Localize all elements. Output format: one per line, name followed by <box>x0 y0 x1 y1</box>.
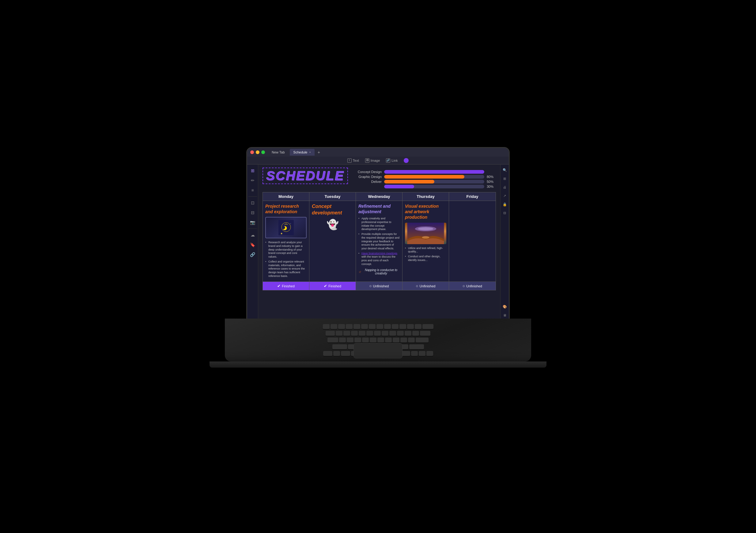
right-icon-share[interactable]: ↗ <box>502 193 508 199</box>
key[interactable] <box>354 324 360 329</box>
key[interactable] <box>377 337 384 342</box>
key[interactable] <box>385 337 392 342</box>
wednesday-link[interactable]: Have brainstorming meetings <box>362 252 397 255</box>
key[interactable] <box>397 331 404 336</box>
sidebar-icon-menu[interactable]: ≡ <box>249 187 256 194</box>
key[interactable] <box>376 324 383 329</box>
key-backspace[interactable] <box>422 324 433 329</box>
day-content-thursday: Visual execution and artwork production <box>402 201 449 281</box>
monday-status[interactable]: ✔ Finished <box>263 281 309 290</box>
key[interactable] <box>339 337 346 342</box>
tuesday-status-icon: ✔ <box>324 284 327 288</box>
sidebar-icon-edit[interactable]: ✏ <box>249 177 256 184</box>
sidebar-icon-home[interactable]: ⊞ <box>249 167 256 174</box>
key[interactable] <box>362 337 369 342</box>
key-right[interactable] <box>426 351 433 356</box>
new-tab-button[interactable]: + <box>316 149 322 155</box>
schedule-title-box: SCHEDULE <box>262 168 348 184</box>
friday-status-label: Unfinished <box>466 284 482 288</box>
tuesday-status[interactable]: ✔ Finished <box>310 281 356 290</box>
minimize-button[interactable] <box>256 150 259 154</box>
key[interactable] <box>407 324 414 329</box>
sidebar-icon-photo[interactable]: 📷 <box>249 219 256 226</box>
key[interactable] <box>384 324 391 329</box>
right-icon-search[interactable]: 🔍 <box>502 167 508 173</box>
schedule-container[interactable]: SCHEDULE Concept Design <box>258 165 500 321</box>
touchpad[interactable] <box>354 343 402 359</box>
key[interactable] <box>359 331 365 336</box>
key[interactable] <box>369 324 376 329</box>
right-icon-grid[interactable]: ⊟ <box>502 210 508 216</box>
tab-close-icon[interactable]: × <box>309 151 310 154</box>
key[interactable] <box>323 324 330 329</box>
key-tab[interactable] <box>326 331 335 336</box>
progress-bar-fill-4 <box>384 185 414 188</box>
day-header-thursday: Thursday <box>402 192 449 201</box>
fullscreen-button[interactable] <box>261 150 265 154</box>
right-icon-lock[interactable]: 🔒 <box>502 201 508 207</box>
key-ctrl[interactable] <box>323 351 332 356</box>
thursday-status[interactable]: ○ Unfinished <box>402 281 449 290</box>
sidebar-icon-link[interactable]: 🔗 <box>249 251 256 258</box>
wednesday-status-icon: ○ <box>369 284 372 288</box>
toolbar-color-circle[interactable] <box>404 158 409 163</box>
wednesday-status[interactable]: ○ Unfinished <box>356 281 402 290</box>
monday-task-title: Project research and exploration <box>265 203 307 214</box>
link-label: Link <box>392 159 398 162</box>
toolbar-image[interactable]: 🖼 Image <box>365 158 380 163</box>
key[interactable] <box>347 337 354 342</box>
key-caps[interactable] <box>327 337 338 342</box>
key-cmd[interactable] <box>341 351 350 356</box>
sidebar-icon-frame[interactable]: ⊟ <box>249 209 256 216</box>
key-enter[interactable] <box>416 337 429 342</box>
sidebar-icon-cloud[interactable]: ☁ <box>249 231 256 239</box>
key[interactable] <box>346 324 353 329</box>
thursday-image <box>405 223 446 244</box>
wednesday-bullet-3: Have brainstorming meetings with the tea… <box>358 252 400 266</box>
day-content-monday: Project research and exploration <box>263 201 309 281</box>
key[interactable] <box>351 331 358 336</box>
key[interactable] <box>331 324 337 329</box>
key[interactable] <box>400 337 407 342</box>
key[interactable] <box>370 337 376 342</box>
close-button[interactable] <box>250 150 254 154</box>
right-icon-palette[interactable]: 🎨 <box>502 304 508 310</box>
key[interactable] <box>393 337 399 342</box>
toolbar-link[interactable]: 🔗 Link <box>386 158 398 163</box>
right-icon-layers[interactable]: ⊞ <box>502 175 508 182</box>
key[interactable] <box>420 331 430 336</box>
key[interactable] <box>392 324 398 329</box>
key[interactable] <box>336 331 342 336</box>
key[interactable] <box>405 331 411 336</box>
tab-schedule[interactable]: Schedule × <box>290 149 314 156</box>
key[interactable] <box>374 331 381 336</box>
sidebar-icon-bookmark[interactable]: 🔖 <box>249 241 256 249</box>
key[interactable] <box>389 331 396 336</box>
right-icon-monitor[interactable]: 🖥 <box>502 312 508 318</box>
friday-status[interactable]: ○ Unfinished <box>449 281 496 290</box>
tab-new-tab[interactable]: New Tab <box>268 149 288 156</box>
key-left[interactable] <box>419 351 425 356</box>
key[interactable] <box>412 331 419 336</box>
key[interactable] <box>382 331 389 336</box>
key-option[interactable] <box>333 351 340 356</box>
toolbar-text[interactable]: T Text <box>347 158 359 163</box>
key[interactable] <box>354 337 361 342</box>
key[interactable] <box>415 324 421 329</box>
key[interactable] <box>399 324 406 329</box>
key-shift-right[interactable] <box>409 344 424 349</box>
right-icon-print[interactable]: 🖨 <box>502 184 508 190</box>
key[interactable] <box>408 337 415 342</box>
key-option-right[interactable] <box>411 351 418 356</box>
key[interactable] <box>343 331 350 336</box>
sidebar-icon-layers[interactable]: ⊡ <box>249 199 256 206</box>
monday-image: ⭐ ✦ · · <box>265 217 307 238</box>
title-bar: New Tab Schedule × + <box>247 148 509 156</box>
sidebar-divider-1 <box>248 196 257 197</box>
key[interactable] <box>361 324 368 329</box>
key-shift-left[interactable] <box>332 344 347 349</box>
key[interactable] <box>338 324 345 329</box>
key[interactable] <box>366 331 373 336</box>
star-icon: ☆ <box>358 270 361 274</box>
progress-section: Concept Design Graphic Design <box>354 168 496 188</box>
